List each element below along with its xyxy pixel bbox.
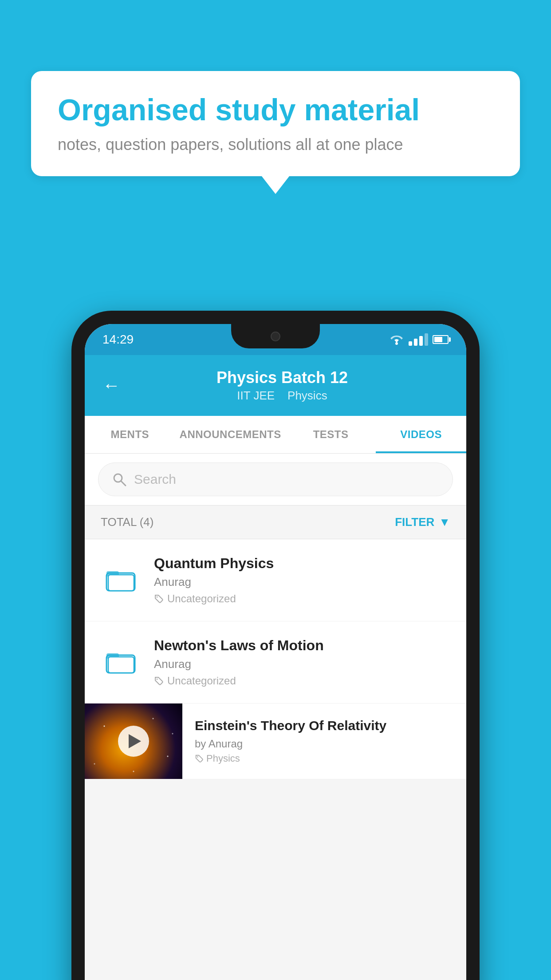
notch: [231, 324, 320, 348]
video-info-0: Quantum Physics Anurag Uncategorized: [154, 555, 450, 605]
video-author-0: Anurag: [154, 575, 450, 589]
svg-line-2: [121, 481, 126, 486]
phone-outer: 14:29: [71, 311, 480, 980]
video-folder-icon-0: [101, 567, 141, 593]
bubble-subtitle: notes, question papers, solutions all at…: [58, 135, 493, 154]
video-folder-icon-1: [101, 649, 141, 676]
search-container: Search: [85, 454, 466, 506]
camera-dot: [271, 332, 280, 341]
tab-ments[interactable]: MENTS: [85, 416, 175, 453]
search-icon: [112, 472, 127, 487]
video-tag-2: Physics: [195, 753, 454, 764]
tag-icon: [154, 594, 164, 604]
play-button[interactable]: [118, 726, 149, 757]
video-tag-1: Uncategorized: [154, 675, 450, 687]
video-thumbnail-2: [85, 703, 182, 779]
status-time: 14:29: [102, 332, 134, 347]
video-title-1: Newton's Laws of Motion: [154, 637, 450, 654]
speech-bubble: Organised study material notes, question…: [31, 71, 520, 176]
video-title-0: Quantum Physics: [154, 555, 450, 572]
header-title-group: Physics Batch 12 IIT JEE Physics: [134, 368, 449, 403]
battery-icon: [433, 335, 449, 344]
header-subtitle-iitjee: IIT JEE: [237, 389, 275, 402]
phone-screen: 14:29: [85, 324, 466, 980]
header-subtitle: IIT JEE Physics: [134, 389, 431, 403]
video-info-1: Newton's Laws of Motion Anurag Uncategor…: [154, 637, 450, 687]
content-list: Quantum Physics Anurag Uncategorized: [85, 539, 466, 779]
tabs-bar: MENTS ANNOUNCEMENTS TESTS VIDEOS: [85, 416, 466, 454]
list-item[interactable]: Einstein's Theory Of Relativity by Anura…: [85, 703, 466, 779]
status-icons: [389, 333, 449, 346]
header-subtitle-physics: Physics: [287, 389, 327, 402]
status-bar: 14:29: [85, 324, 466, 355]
svg-point-0: [395, 342, 398, 345]
tab-videos[interactable]: VIDEOS: [376, 416, 466, 453]
header-title: Physics Batch 12: [134, 368, 431, 387]
filter-label: FILTER: [395, 515, 434, 529]
video-tag-0: Uncategorized: [154, 593, 450, 605]
filter-button[interactable]: FILTER ▼: [395, 515, 450, 529]
tag-icon: [195, 754, 204, 763]
signal-icon: [409, 333, 428, 346]
filter-icon: ▼: [439, 515, 450, 529]
list-item[interactable]: Newton's Laws of Motion Anurag Uncategor…: [85, 621, 466, 703]
wifi-icon: [389, 334, 404, 345]
tag-icon: [154, 676, 164, 686]
svg-point-10: [157, 679, 158, 680]
svg-point-11: [197, 756, 198, 758]
svg-point-6: [157, 597, 158, 598]
total-count: TOTAL (4): [101, 515, 153, 529]
search-placeholder: Search: [134, 472, 176, 487]
back-button[interactable]: ←: [102, 375, 120, 395]
speech-bubble-container: Organised study material notes, question…: [31, 71, 520, 176]
video-author-1: Anurag: [154, 657, 450, 671]
tab-tests[interactable]: TESTS: [286, 416, 376, 453]
video-info-2: Einstein's Theory Of Relativity by Anura…: [182, 703, 466, 778]
play-triangle-icon: [129, 734, 141, 748]
tab-announcements[interactable]: ANNOUNCEMENTS: [175, 416, 286, 453]
bubble-title: Organised study material: [58, 93, 493, 126]
phone-wrapper: 14:29: [71, 311, 480, 980]
list-item[interactable]: Quantum Physics Anurag Uncategorized: [85, 539, 466, 621]
app-header: ← Physics Batch 12 IIT JEE Physics: [85, 355, 466, 416]
svg-rect-9: [108, 657, 134, 673]
search-bar[interactable]: Search: [98, 462, 453, 496]
video-title-2: Einstein's Theory Of Relativity: [195, 717, 454, 734]
svg-rect-5: [108, 575, 134, 591]
filter-bar: TOTAL (4) FILTER ▼: [85, 506, 466, 539]
video-author-2: by Anurag: [195, 738, 454, 750]
